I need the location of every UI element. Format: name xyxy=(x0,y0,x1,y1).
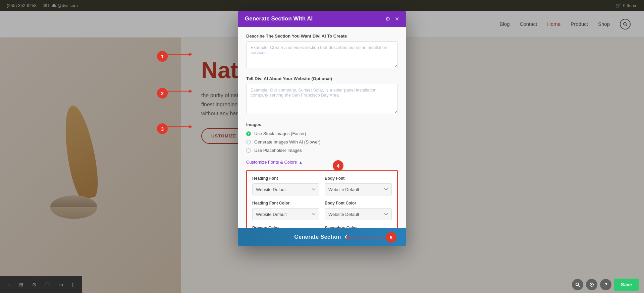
body-color-select[interactable]: Website Default xyxy=(325,208,392,220)
modal-header: Generate Section With AI ⚙ ✕ xyxy=(238,11,406,27)
radio-ai-images[interactable]: Generate Images With AI (Slower) xyxy=(246,139,398,144)
images-section-label: Images xyxy=(246,122,398,127)
secondary-color-label: Secondary Color xyxy=(325,226,392,228)
primary-color-group: Primary Color Website Default xyxy=(252,226,319,228)
bottom-right-toolbar: ? Save xyxy=(567,276,644,293)
toolbar-tablet-icon[interactable]: ▭ xyxy=(56,280,65,290)
toolbar-grid-icon[interactable]: ⊞ xyxy=(17,280,25,290)
radio-stock-label: Use Stock Images (Faster) xyxy=(254,131,306,136)
customize-arrow-icon: ▲ xyxy=(299,160,303,164)
body-font-select[interactable]: Website Default xyxy=(325,183,392,195)
generate-section-button[interactable]: Generate Section xyxy=(238,228,406,246)
website-info-input[interactable] xyxy=(246,84,398,114)
save-button[interactable]: Save xyxy=(614,279,639,291)
ai-modal: Generate Section With AI ⚙ ✕ Describe Th… xyxy=(238,11,406,246)
toolbar-pin-icon[interactable]: ⊙ xyxy=(30,280,39,290)
heading-font-group: Heading Font Website Default xyxy=(252,176,319,195)
close-icon[interactable]: ✕ xyxy=(395,16,399,22)
fonts-colors-panel: Heading Font Website Default Body Font W… xyxy=(246,170,398,228)
modal-title: Generate Section With AI xyxy=(245,15,313,22)
arrow-left-icon xyxy=(344,234,350,240)
heading-color-label: Heading Font Color xyxy=(252,201,319,206)
secondary-color-group: Secondary Color Website Default xyxy=(325,226,392,228)
toolbar-mobile-icon[interactable]: ▯ xyxy=(70,280,76,290)
generate-section-label: Generate Section xyxy=(294,234,341,240)
modal-header-icons: ⚙ ✕ xyxy=(385,16,399,22)
primary-color-label: Primary Color xyxy=(252,226,319,228)
body-color-group: Body Font Color Website Default xyxy=(325,201,392,220)
image-options-group: Use Stock Images (Faster) Generate Image… xyxy=(246,131,398,153)
modal-body: Describe The Section You Want Divi AI To… xyxy=(238,27,406,228)
radio-stock-images[interactable]: Use Stock Images (Faster) xyxy=(246,131,398,136)
svg-point-3 xyxy=(576,283,579,286)
search-bottom-icon[interactable] xyxy=(572,279,583,290)
customize-fonts-label: Customize Fonts & Colors xyxy=(246,160,297,165)
radio-placeholder-images[interactable]: Use Placeholder Images xyxy=(246,148,398,153)
radio-ai-indicator xyxy=(246,140,251,144)
modal-overlay: Generate Section With AI ⚙ ✕ Describe Th… xyxy=(0,0,644,293)
heading-font-select[interactable]: Website Default xyxy=(252,183,319,195)
radio-placeholder-indicator xyxy=(246,148,251,153)
body-font-label: Body Font xyxy=(325,176,392,181)
customize-fonts-link[interactable]: Customize Fonts & Colors ▲ xyxy=(246,160,398,165)
website-info-label: Tell Divi AI About Your Website (Optiona… xyxy=(246,76,398,81)
settings-icon[interactable]: ⚙ xyxy=(385,16,390,22)
section-description-label: Describe The Section You Want Divi AI To… xyxy=(246,34,398,39)
body-color-label: Body Font Color xyxy=(325,201,392,206)
heading-color-group: Heading Font Color Website Default xyxy=(252,201,319,220)
heading-font-label: Heading Font xyxy=(252,176,319,181)
save-label: Save xyxy=(621,282,632,287)
modal-footer: Generate Section xyxy=(238,228,406,246)
svg-line-4 xyxy=(579,286,580,287)
toolbar-menu-icon[interactable]: ≡ xyxy=(5,280,12,290)
history-bottom-icon[interactable] xyxy=(586,279,597,290)
radio-placeholder-label: Use Placeholder Images xyxy=(254,148,302,153)
toolbar-monitor-icon[interactable]: ☐ xyxy=(43,280,52,290)
heading-color-select[interactable]: Website Default xyxy=(252,208,319,220)
fonts-grid: Heading Font Website Default Body Font W… xyxy=(252,176,392,228)
body-font-group: Body Font Website Default xyxy=(325,176,392,195)
bottom-toolbar: ≡ ⊞ ⊙ ☐ ▭ ▯ xyxy=(0,276,82,293)
radio-stock-indicator xyxy=(246,131,251,136)
help-bottom-icon[interactable]: ? xyxy=(600,279,611,290)
radio-ai-label: Generate Images With AI (Slower) xyxy=(254,139,320,144)
section-description-input[interactable] xyxy=(246,41,398,68)
